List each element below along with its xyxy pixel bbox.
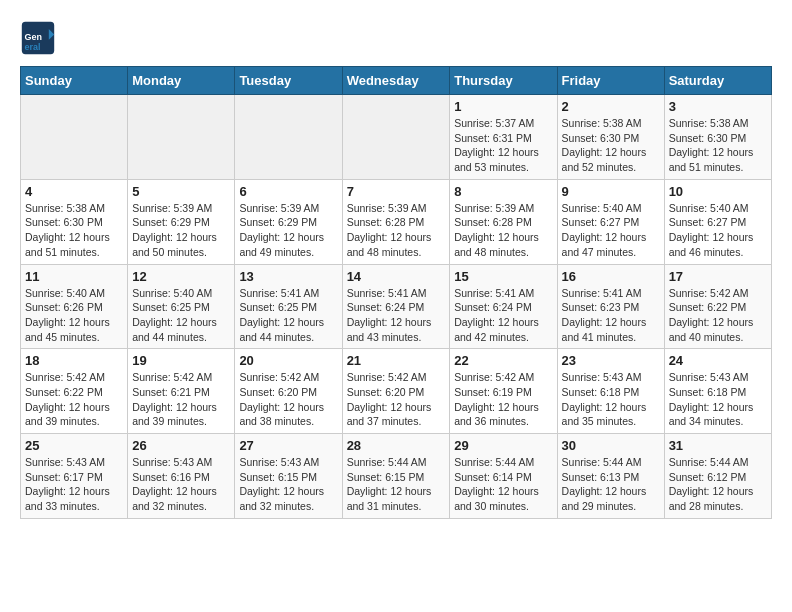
day-cell: 27Sunrise: 5:43 AM Sunset: 6:15 PM Dayli…: [235, 434, 342, 519]
day-number: 18: [25, 353, 123, 368]
day-info: Sunrise: 5:42 AM Sunset: 6:20 PM Dayligh…: [347, 370, 446, 429]
day-info: Sunrise: 5:40 AM Sunset: 6:26 PM Dayligh…: [25, 286, 123, 345]
day-number: 8: [454, 184, 552, 199]
day-number: 1: [454, 99, 552, 114]
day-info: Sunrise: 5:42 AM Sunset: 6:22 PM Dayligh…: [25, 370, 123, 429]
day-info: Sunrise: 5:39 AM Sunset: 6:29 PM Dayligh…: [132, 201, 230, 260]
day-info: Sunrise: 5:43 AM Sunset: 6:18 PM Dayligh…: [669, 370, 767, 429]
day-cell: 30Sunrise: 5:44 AM Sunset: 6:13 PM Dayli…: [557, 434, 664, 519]
day-cell: 15Sunrise: 5:41 AM Sunset: 6:24 PM Dayli…: [450, 264, 557, 349]
day-cell: 11Sunrise: 5:40 AM Sunset: 6:26 PM Dayli…: [21, 264, 128, 349]
day-info: Sunrise: 5:44 AM Sunset: 6:12 PM Dayligh…: [669, 455, 767, 514]
day-number: 10: [669, 184, 767, 199]
day-info: Sunrise: 5:39 AM Sunset: 6:28 PM Dayligh…: [347, 201, 446, 260]
day-cell: 21Sunrise: 5:42 AM Sunset: 6:20 PM Dayli…: [342, 349, 450, 434]
day-number: 6: [239, 184, 337, 199]
day-info: Sunrise: 5:39 AM Sunset: 6:28 PM Dayligh…: [454, 201, 552, 260]
day-cell: 10Sunrise: 5:40 AM Sunset: 6:27 PM Dayli…: [664, 179, 771, 264]
day-number: 23: [562, 353, 660, 368]
day-cell: 2Sunrise: 5:38 AM Sunset: 6:30 PM Daylig…: [557, 95, 664, 180]
logo-icon: Gen eral: [20, 20, 56, 56]
week-row-2: 11Sunrise: 5:40 AM Sunset: 6:26 PM Dayli…: [21, 264, 772, 349]
day-number: 21: [347, 353, 446, 368]
day-info: Sunrise: 5:44 AM Sunset: 6:15 PM Dayligh…: [347, 455, 446, 514]
day-info: Sunrise: 5:40 AM Sunset: 6:27 PM Dayligh…: [669, 201, 767, 260]
day-number: 12: [132, 269, 230, 284]
day-info: Sunrise: 5:43 AM Sunset: 6:16 PM Dayligh…: [132, 455, 230, 514]
day-cell: 6Sunrise: 5:39 AM Sunset: 6:29 PM Daylig…: [235, 179, 342, 264]
day-cell: 13Sunrise: 5:41 AM Sunset: 6:25 PM Dayli…: [235, 264, 342, 349]
day-info: Sunrise: 5:44 AM Sunset: 6:14 PM Dayligh…: [454, 455, 552, 514]
day-info: Sunrise: 5:42 AM Sunset: 6:20 PM Dayligh…: [239, 370, 337, 429]
calendar-header: SundayMondayTuesdayWednesdayThursdayFrid…: [21, 67, 772, 95]
day-info: Sunrise: 5:41 AM Sunset: 6:23 PM Dayligh…: [562, 286, 660, 345]
calendar: SundayMondayTuesdayWednesdayThursdayFrid…: [20, 66, 772, 519]
svg-text:Gen: Gen: [25, 32, 43, 42]
week-row-0: 1Sunrise: 5:37 AM Sunset: 6:31 PM Daylig…: [21, 95, 772, 180]
day-cell: 16Sunrise: 5:41 AM Sunset: 6:23 PM Dayli…: [557, 264, 664, 349]
day-cell: 9Sunrise: 5:40 AM Sunset: 6:27 PM Daylig…: [557, 179, 664, 264]
day-number: 14: [347, 269, 446, 284]
day-header-wednesday: Wednesday: [342, 67, 450, 95]
calendar-body: 1Sunrise: 5:37 AM Sunset: 6:31 PM Daylig…: [21, 95, 772, 519]
day-number: 5: [132, 184, 230, 199]
day-number: 31: [669, 438, 767, 453]
logo: Gen eral: [20, 20, 60, 56]
day-cell: 8Sunrise: 5:39 AM Sunset: 6:28 PM Daylig…: [450, 179, 557, 264]
day-cell: 19Sunrise: 5:42 AM Sunset: 6:21 PM Dayli…: [128, 349, 235, 434]
day-number: 7: [347, 184, 446, 199]
header: Gen eral: [20, 20, 772, 56]
day-number: 13: [239, 269, 337, 284]
day-cell: 25Sunrise: 5:43 AM Sunset: 6:17 PM Dayli…: [21, 434, 128, 519]
day-cell: 31Sunrise: 5:44 AM Sunset: 6:12 PM Dayli…: [664, 434, 771, 519]
day-info: Sunrise: 5:42 AM Sunset: 6:21 PM Dayligh…: [132, 370, 230, 429]
day-cell: 4Sunrise: 5:38 AM Sunset: 6:30 PM Daylig…: [21, 179, 128, 264]
day-number: 29: [454, 438, 552, 453]
day-cell: 18Sunrise: 5:42 AM Sunset: 6:22 PM Dayli…: [21, 349, 128, 434]
day-number: 3: [669, 99, 767, 114]
day-info: Sunrise: 5:39 AM Sunset: 6:29 PM Dayligh…: [239, 201, 337, 260]
day-cell: 12Sunrise: 5:40 AM Sunset: 6:25 PM Dayli…: [128, 264, 235, 349]
day-cell: 5Sunrise: 5:39 AM Sunset: 6:29 PM Daylig…: [128, 179, 235, 264]
day-info: Sunrise: 5:38 AM Sunset: 6:30 PM Dayligh…: [25, 201, 123, 260]
day-cell: [21, 95, 128, 180]
day-cell: 1Sunrise: 5:37 AM Sunset: 6:31 PM Daylig…: [450, 95, 557, 180]
day-number: 30: [562, 438, 660, 453]
day-header-sunday: Sunday: [21, 67, 128, 95]
day-info: Sunrise: 5:40 AM Sunset: 6:25 PM Dayligh…: [132, 286, 230, 345]
day-cell: 29Sunrise: 5:44 AM Sunset: 6:14 PM Dayli…: [450, 434, 557, 519]
day-number: 20: [239, 353, 337, 368]
day-number: 27: [239, 438, 337, 453]
day-info: Sunrise: 5:42 AM Sunset: 6:19 PM Dayligh…: [454, 370, 552, 429]
day-info: Sunrise: 5:37 AM Sunset: 6:31 PM Dayligh…: [454, 116, 552, 175]
week-row-3: 18Sunrise: 5:42 AM Sunset: 6:22 PM Dayli…: [21, 349, 772, 434]
day-cell: 28Sunrise: 5:44 AM Sunset: 6:15 PM Dayli…: [342, 434, 450, 519]
day-cell: 22Sunrise: 5:42 AM Sunset: 6:19 PM Dayli…: [450, 349, 557, 434]
day-info: Sunrise: 5:41 AM Sunset: 6:25 PM Dayligh…: [239, 286, 337, 345]
day-header-thursday: Thursday: [450, 67, 557, 95]
day-number: 28: [347, 438, 446, 453]
day-number: 19: [132, 353, 230, 368]
day-header-monday: Monday: [128, 67, 235, 95]
week-row-4: 25Sunrise: 5:43 AM Sunset: 6:17 PM Dayli…: [21, 434, 772, 519]
day-cell: [235, 95, 342, 180]
day-cell: 23Sunrise: 5:43 AM Sunset: 6:18 PM Dayli…: [557, 349, 664, 434]
day-header-tuesday: Tuesday: [235, 67, 342, 95]
day-number: 15: [454, 269, 552, 284]
day-cell: 26Sunrise: 5:43 AM Sunset: 6:16 PM Dayli…: [128, 434, 235, 519]
day-cell: 24Sunrise: 5:43 AM Sunset: 6:18 PM Dayli…: [664, 349, 771, 434]
days-of-week-row: SundayMondayTuesdayWednesdayThursdayFrid…: [21, 67, 772, 95]
day-cell: [128, 95, 235, 180]
day-info: Sunrise: 5:38 AM Sunset: 6:30 PM Dayligh…: [562, 116, 660, 175]
day-info: Sunrise: 5:43 AM Sunset: 6:17 PM Dayligh…: [25, 455, 123, 514]
day-cell: 3Sunrise: 5:38 AM Sunset: 6:30 PM Daylig…: [664, 95, 771, 180]
day-cell: 17Sunrise: 5:42 AM Sunset: 6:22 PM Dayli…: [664, 264, 771, 349]
day-number: 22: [454, 353, 552, 368]
day-number: 4: [25, 184, 123, 199]
day-number: 2: [562, 99, 660, 114]
day-number: 16: [562, 269, 660, 284]
day-number: 25: [25, 438, 123, 453]
day-cell: 7Sunrise: 5:39 AM Sunset: 6:28 PM Daylig…: [342, 179, 450, 264]
svg-text:eral: eral: [25, 42, 41, 52]
day-info: Sunrise: 5:43 AM Sunset: 6:18 PM Dayligh…: [562, 370, 660, 429]
